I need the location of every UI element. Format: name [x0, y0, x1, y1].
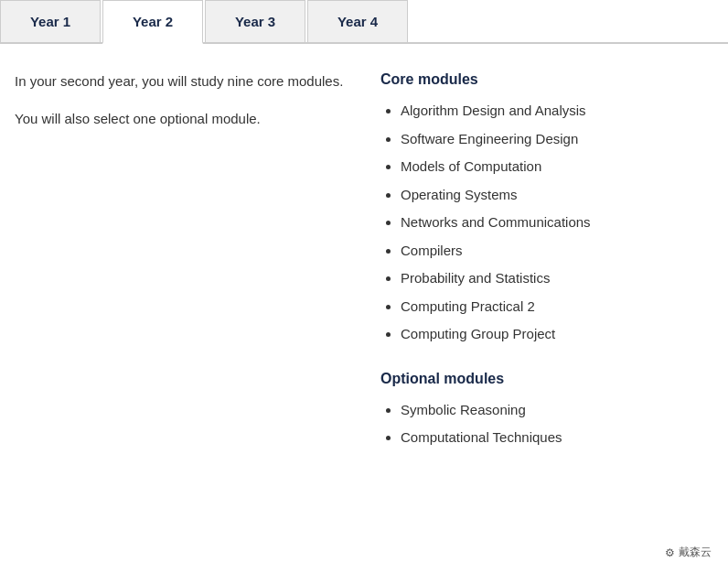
- left-panel: In your second year, you will study nine…: [15, 71, 362, 474]
- list-item: Probability and Statistics: [401, 268, 713, 289]
- list-item: Networks and Communications: [401, 212, 713, 233]
- intro-paragraph2: You will also select one optional module…: [15, 109, 344, 130]
- list-item: Algorithm Design and Analysis: [401, 101, 713, 122]
- tab-year2[interactable]: Year 2: [102, 0, 203, 44]
- list-item: Computing Practical 2: [401, 297, 713, 318]
- list-item: Operating Systems: [401, 185, 713, 206]
- list-item: Computing Group Project: [401, 324, 713, 345]
- optional-modules-title: Optional modules: [380, 371, 713, 387]
- list-item: Symbolic Reasoning: [401, 400, 713, 421]
- list-item: Computational Techniques: [401, 427, 713, 449]
- main-content: In your second year, you will study nine…: [0, 44, 728, 502]
- watermark: ⚙ 戴森云: [658, 541, 719, 564]
- intro-paragraph1: In your second year, you will study nine…: [15, 71, 344, 92]
- watermark-icon: ⚙: [665, 546, 675, 559]
- list-item: Software Engineering Design: [401, 129, 713, 150]
- watermark-text: 戴森云: [679, 545, 712, 560]
- list-item: Models of Computation: [401, 157, 713, 178]
- year-tabs: Year 1 Year 2 Year 3 Year 4: [0, 0, 728, 44]
- tab-year4[interactable]: Year 4: [307, 0, 408, 42]
- tab-year3[interactable]: Year 3: [205, 0, 305, 42]
- optional-modules-list: Symbolic Reasoning Computational Techniq…: [380, 400, 713, 449]
- tab-year1[interactable]: Year 1: [0, 0, 101, 42]
- core-modules-list: Algorithm Design and Analysis Software E…: [380, 101, 713, 345]
- core-modules-title: Core modules: [380, 71, 713, 88]
- list-item: Compilers: [401, 241, 713, 262]
- right-panel: Core modules Algorithm Design and Analys…: [380, 71, 713, 474]
